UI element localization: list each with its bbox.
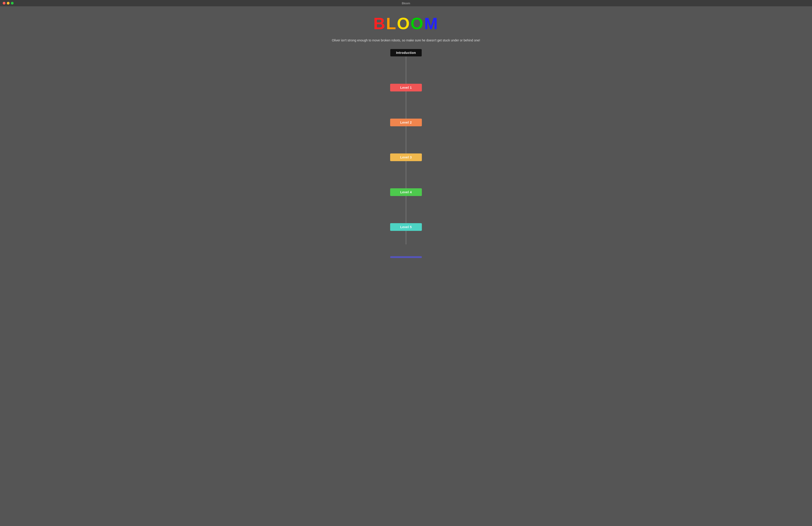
logo-letter-l: L — [386, 14, 397, 33]
level-3-button[interactable]: Level 3 — [390, 153, 422, 161]
traffic-lights — [3, 2, 14, 4]
minimize-button[interactable] — [7, 2, 10, 4]
level3-wrapper: Level 3 — [390, 153, 422, 175]
logo-letter-o1: O — [397, 14, 410, 33]
app-content: BLOOM Oliver isn't strong enough to move… — [0, 6, 812, 526]
level4-wrapper: Level 4 — [390, 188, 422, 210]
level-5-button[interactable]: Level 5 — [390, 223, 422, 231]
levels-container: Introduction Level 1 Level 2 Level 3 Lev… — [372, 49, 440, 258]
level-4-button[interactable]: Level 4 — [390, 188, 422, 196]
close-button[interactable] — [3, 2, 5, 4]
vertical-line — [406, 49, 406, 244]
level5-wrapper: Level 5 — [390, 223, 422, 244]
logo-letter-b: B — [373, 14, 386, 33]
intro-level-wrapper: Introduction — [390, 49, 422, 70]
maximize-button[interactable] — [11, 2, 14, 4]
subtitle-text: Oliver isn't strong enough to move broke… — [332, 39, 480, 42]
window-title: Bloom — [402, 2, 410, 5]
app-logo: BLOOM — [373, 15, 439, 32]
level-1-button[interactable]: Level 1 — [390, 84, 422, 91]
level1-wrapper: Level 1 — [390, 84, 422, 105]
title-bar: Bloom — [0, 0, 812, 6]
level2-wrapper: Level 2 — [390, 119, 422, 140]
logo-letter-m: M — [424, 14, 439, 33]
logo-letter-o2: O — [410, 14, 424, 33]
intro-level-button[interactable]: Introduction — [390, 49, 422, 57]
scroll-track[interactable] — [390, 256, 422, 258]
level-2-button[interactable]: Level 2 — [390, 119, 422, 126]
